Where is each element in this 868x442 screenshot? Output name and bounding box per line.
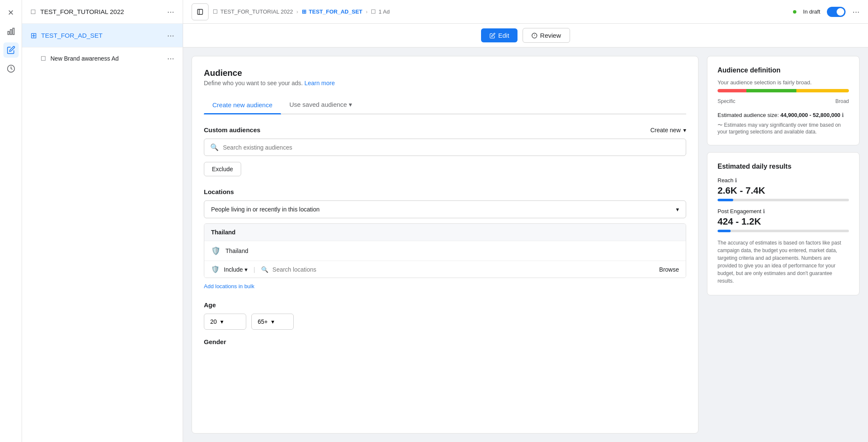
audience-meter-bar [718, 89, 849, 92]
accuracy-note: The accuracy of estimates is based on fa… [718, 239, 849, 285]
age-from-value: 20 [210, 318, 217, 325]
reach-value: 2.6K - 7.4K [718, 185, 849, 196]
meter-labels: Specific Broad [718, 98, 849, 104]
age-to-value: 65+ [258, 318, 268, 325]
clock-icon[interactable] [3, 61, 19, 76]
content-area: Audience Define who you want to see your… [183, 47, 868, 442]
svg-rect-4 [198, 9, 203, 14]
edit-icon[interactable] [3, 42, 19, 58]
edit-button[interactable]: Edit [481, 28, 517, 42]
breadcrumb-sep-1: › [296, 8, 298, 15]
daily-results-title: Estimated daily results [718, 163, 849, 170]
toggle-switch[interactable] [827, 7, 846, 17]
svg-rect-1 [10, 30, 11, 35]
custom-audiences-label: Custom audiences [204, 126, 260, 133]
location-type-dropdown[interactable]: People living in or recently in this loc… [204, 200, 686, 218]
sidebar-item-tutorial[interactable]: ☐ TEST_FOR_TUTORIAL 2022 ··· [22, 0, 183, 24]
folder-icon: ☐ [31, 8, 36, 15]
create-new-label: Create new [650, 127, 681, 133]
include-dropdown[interactable]: Include ▾ [224, 266, 248, 273]
include-label: Include [224, 266, 243, 273]
reach-info-icon[interactable]: ℹ [735, 177, 737, 183]
thailand-header: Thailand [204, 224, 686, 241]
svg-rect-0 [8, 31, 9, 35]
search-locations-input[interactable] [273, 266, 655, 273]
audience-definition-card: Audience definition Your audience select… [707, 56, 860, 145]
search-audiences-box[interactable]: 🔍 [204, 139, 686, 156]
browse-button[interactable]: Browse [659, 266, 679, 273]
ad-more-button[interactable]: ··· [167, 53, 174, 63]
tab-saved[interactable]: Use saved audience ▾ [281, 97, 361, 114]
add-locations-bulk-link[interactable]: Add locations in bulk [204, 280, 254, 293]
status-indicator [793, 10, 796, 14]
chart-icon[interactable] [3, 24, 19, 39]
breadcrumb-ad[interactable]: ☐ 1 Ad [371, 8, 389, 15]
breadcrumb-sep-2: › [366, 8, 367, 15]
engagement-bar [718, 230, 849, 232]
panel-toggle-button[interactable] [192, 3, 209, 20]
breadcrumb-adset[interactable]: ⊞ TEST_FOR_AD_SET [302, 8, 362, 15]
audience-title: Audience [204, 68, 686, 78]
thailand-container: Thailand 🛡️ Thailand 🛡️ Include ▾ | 🔍 Br… [204, 223, 686, 278]
adset-icon-small: ⊞ [302, 8, 306, 15]
nav-panel: ☐ TEST_FOR_TUTORIAL 2022 ··· ⊞ TEST_FOR_… [22, 0, 183, 442]
search-audiences-input[interactable] [223, 144, 680, 151]
close-icon[interactable]: ✕ [3, 5, 19, 20]
est-note: 〜 Estimates may vary significantly over … [718, 122, 849, 135]
edit-label: Edit [498, 32, 509, 39]
est-note-text: Estimates may vary significantly over ti… [718, 122, 841, 135]
create-new-button[interactable]: Create new ▾ [650, 127, 686, 133]
est-size-info-icon[interactable]: ℹ [842, 112, 844, 118]
reach-metric: Reach ℹ 2.6K - 7.4K [718, 177, 849, 201]
tab-create-new[interactable]: Create new audience [204, 97, 281, 114]
breadcrumb-campaign[interactable]: ☐ TEST_FOR_TUTORIAL 2022 [213, 8, 293, 15]
audience-tabs: Create new audience Use saved audience ▾ [204, 97, 686, 114]
chevron-down-icon: ▾ [683, 127, 686, 133]
sidebar-item-adset[interactable]: ⊞ TEST_FOR_AD_SET ··· [22, 24, 183, 47]
include-chevron-icon: ▾ [245, 266, 248, 273]
adset-more-button[interactable]: ··· [167, 31, 174, 40]
folder-icon-small: ☐ [213, 8, 218, 15]
est-size-label: Estimated audience size: [718, 112, 779, 118]
ad-icon: ☐ [41, 55, 46, 62]
review-label: Review [540, 32, 561, 39]
breadcrumb-campaign-label: TEST_FOR_TUTORIAL 2022 [220, 8, 293, 15]
breadcrumb-ad-label: 1 Ad [378, 8, 389, 15]
sidebar-item-adset-label: TEST_FOR_AD_SET [41, 32, 103, 39]
meter-fill-red [718, 89, 746, 92]
search-icon: 🔍 [210, 143, 219, 151]
top-bar: ☐ TEST_FOR_TUTORIAL 2022 › ⊞ TEST_FOR_AD… [183, 0, 868, 24]
location-type-label: People living in or recently in this loc… [211, 206, 320, 213]
audience-def-subtitle: Your audience selection is fairly broad. [718, 79, 849, 86]
age-to-select[interactable]: 65+ ▾ [251, 314, 294, 330]
age-from-select[interactable]: 20 ▾ [204, 314, 246, 330]
reach-bar [718, 199, 849, 201]
adset-icon: ⊞ [31, 31, 37, 40]
audience-subtitle-text: Define who you want to see your ads. [204, 80, 303, 86]
draft-label: In draft [803, 8, 820, 15]
age-dropdowns: 20 ▾ 65+ ▾ [204, 314, 686, 330]
audience-def-title: Audience definition [718, 67, 849, 74]
search-locations-icon: 🔍 [261, 266, 268, 273]
thailand-row: 🛡️ Thailand [204, 241, 686, 261]
reach-fill [718, 199, 733, 201]
review-button[interactable]: Review [523, 28, 570, 43]
sidebar-item-new-ad[interactable]: ☐ New Brand awareness Ad ··· [22, 47, 183, 69]
daily-results-card: Estimated daily results Reach ℹ 2.6K - 7… [707, 152, 860, 295]
gender-label: Gender [204, 338, 686, 345]
breadcrumb: ☐ TEST_FOR_TUTORIAL 2022 › ⊞ TEST_FOR_AD… [213, 8, 389, 15]
breadcrumb-adset-label: TEST_FOR_AD_SET [309, 8, 362, 15]
ad-icon-small: ☐ [371, 8, 376, 15]
top-bar-right: In draft ··· [793, 7, 860, 17]
more-options-button[interactable]: ··· [167, 7, 174, 17]
learn-more-link[interactable]: Learn more [304, 80, 335, 86]
age-label: Age [204, 301, 686, 309]
engagement-value: 424 - 1.2K [718, 216, 849, 227]
action-bar: Edit Review [183, 24, 868, 47]
shield-icon: 🛡️ [211, 246, 220, 256]
engagement-info-icon[interactable]: ℹ [763, 208, 765, 214]
sidebar-item-ad-label: New Brand awareness Ad [50, 55, 119, 62]
exclude-button[interactable]: Exclude [204, 162, 241, 176]
top-more-button[interactable]: ··· [852, 7, 860, 17]
audience-panel: Audience Define who you want to see your… [192, 56, 698, 434]
